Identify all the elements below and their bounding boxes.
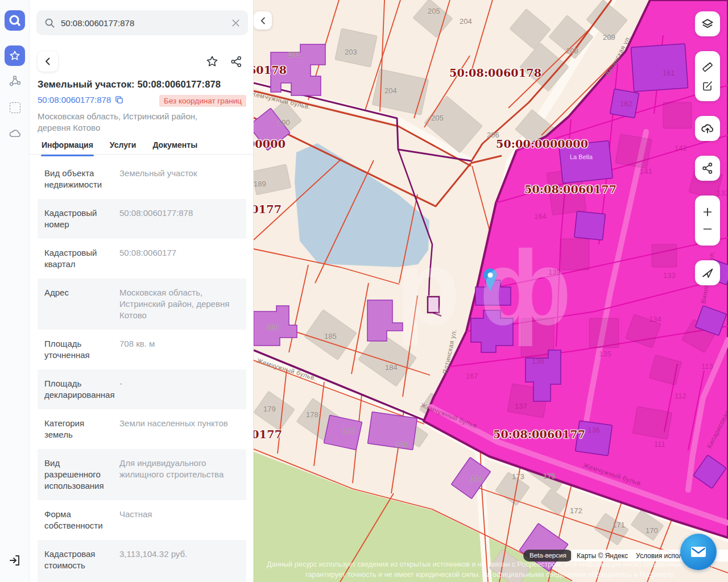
tab[interactable]: Документы xyxy=(152,137,198,156)
info-label: Адрес xyxy=(38,287,113,321)
info-row: Кадастровый квартал 50:08:0060177 xyxy=(38,239,246,278)
edit-button[interactable] xyxy=(701,78,714,92)
navigation-arrow-icon xyxy=(701,266,714,280)
feedback-button[interactable] xyxy=(680,534,717,570)
info-row: Вид объекта недвижимости Земельный участ… xyxy=(38,159,246,199)
tab-bar: ИнформацияУслугиДокументы xyxy=(41,137,253,156)
star-icon xyxy=(9,49,21,62)
logo-icon xyxy=(7,13,22,28)
collapse-panel-button[interactable] xyxy=(254,11,272,30)
info-label: Вид разрешенного использования xyxy=(38,458,113,492)
zoom-group xyxy=(695,196,720,246)
mail-icon xyxy=(690,545,707,559)
beta-badge: Beta-версия xyxy=(523,550,573,562)
copy-icon[interactable] xyxy=(115,95,123,104)
zoom-in-button[interactable] xyxy=(701,206,714,218)
layers-button[interactable] xyxy=(695,11,720,36)
info-label: Площадь уточненная xyxy=(38,338,113,361)
cadastral-number-text: 50:08:0060177:878 xyxy=(38,95,111,105)
sidebar-item-favorites[interactable] xyxy=(5,45,25,66)
app-logo[interactable] xyxy=(5,10,25,31)
back-button[interactable] xyxy=(38,51,58,72)
info-label: Вид объекта недвижимости xyxy=(38,168,113,190)
info-row: Кадастровая стоимость 3,113,104.32 руб. xyxy=(38,540,246,580)
upload-button[interactable] xyxy=(695,116,720,141)
info-label: Площадь декларированная xyxy=(38,378,113,401)
clear-search-icon[interactable] xyxy=(231,19,240,27)
share-icon xyxy=(230,55,243,68)
app-root: Земельный участок: 50:08:0060177:878 50:… xyxy=(0,0,728,582)
zoom-out-button[interactable] xyxy=(701,223,714,235)
favorite-button[interactable] xyxy=(203,52,221,70)
yandex-attribution: Карты © Яндекс xyxy=(577,552,628,560)
info-value: Земельный участок xyxy=(113,168,246,190)
info-value: 3,113,104.32 руб. xyxy=(113,548,246,571)
share-icon xyxy=(701,161,714,175)
info-label: Кадастровая стоимость xyxy=(38,548,113,571)
info-table: Вид объекта недвижимости Земельный участ… xyxy=(38,159,246,582)
info-value: Для индивидуального жилищного строительс… xyxy=(113,458,246,492)
info-row: Вид разрешенного использования Для индив… xyxy=(38,449,246,500)
share-map-button[interactable] xyxy=(695,156,720,181)
icon-rail xyxy=(0,0,30,582)
next-row-peek xyxy=(38,579,246,582)
info-row: Площадь уточненная 708 кв. м xyxy=(38,330,246,369)
selection-area-icon xyxy=(10,102,20,113)
tab[interactable]: Информация xyxy=(41,137,94,156)
share-button[interactable] xyxy=(227,52,245,70)
info-row: Площадь декларированная - xyxy=(38,369,246,409)
info-value: Земли населенных пунктов xyxy=(113,418,246,440)
object-address: Московская область, Истринский район, де… xyxy=(38,111,230,134)
detail-panel: Земельный участок: 50:08:0060177:878 50:… xyxy=(30,0,254,582)
info-value: Частная xyxy=(113,509,246,531)
cloud-icon xyxy=(8,126,22,140)
star-outline-icon xyxy=(205,55,219,68)
cloud-upload-icon xyxy=(700,121,715,136)
search-icon xyxy=(44,18,55,28)
status-badge: Без координат границ xyxy=(159,95,246,107)
measure-edit-group xyxy=(695,51,720,101)
sidebar-item-selection-tool[interactable] xyxy=(8,101,22,114)
layers-icon xyxy=(700,16,715,31)
info-row: Категория земель Земли населенных пункто… xyxy=(38,409,246,449)
info-label: Кадастровый квартал xyxy=(38,247,113,270)
info-value: Московская область, Истринский район, де… xyxy=(113,287,246,321)
info-label: Форма собственности xyxy=(38,509,113,531)
info-row: Адрес Московская область, Истринский рай… xyxy=(38,278,246,330)
chevron-left-icon xyxy=(259,16,267,25)
tab[interactable]: Услуги xyxy=(109,137,137,156)
info-value: 50:08:0060177:878 xyxy=(113,207,246,230)
page-title: Земельный участок: 50:08:0060177:878 xyxy=(38,79,221,90)
info-value: - xyxy=(113,378,246,401)
ruler-icon xyxy=(701,60,714,74)
locate-button[interactable] xyxy=(695,260,720,285)
cadastral-row: 50:08:0060177:878 Без координат границ xyxy=(38,95,246,109)
cadastral-number-link[interactable]: 50:08:0060177:878 xyxy=(38,95,123,105)
search-box[interactable] xyxy=(36,10,248,35)
object-header xyxy=(38,51,245,72)
sidebar-item-layers-tool[interactable] xyxy=(8,74,22,88)
sidebar-item-cloud[interactable] xyxy=(8,126,22,140)
edit-icon xyxy=(701,78,714,92)
info-row: Форма собственности Частная xyxy=(38,500,246,540)
map-viewport[interactable]: рф 50:08:006017850:00:000000050:08:00601… xyxy=(254,0,728,582)
sidebar-item-login[interactable] xyxy=(8,554,22,567)
logout-icon xyxy=(8,554,22,567)
plus-icon xyxy=(701,206,714,218)
info-value: 50:08:0060177 xyxy=(113,247,246,270)
info-row: Кадастровый номер 50:08:0060177:878 xyxy=(38,199,246,239)
search-input[interactable] xyxy=(61,18,231,28)
polygon-nodes-icon xyxy=(8,74,22,88)
ruler-button[interactable] xyxy=(701,60,714,74)
map-controls xyxy=(695,11,720,285)
info-label: Категория земель xyxy=(38,418,113,440)
info-label: Кадастровый номер xyxy=(38,207,113,230)
map-canvas[interactable] xyxy=(254,0,728,582)
info-value: 708 кв. м xyxy=(113,338,246,361)
minus-icon xyxy=(701,223,714,235)
